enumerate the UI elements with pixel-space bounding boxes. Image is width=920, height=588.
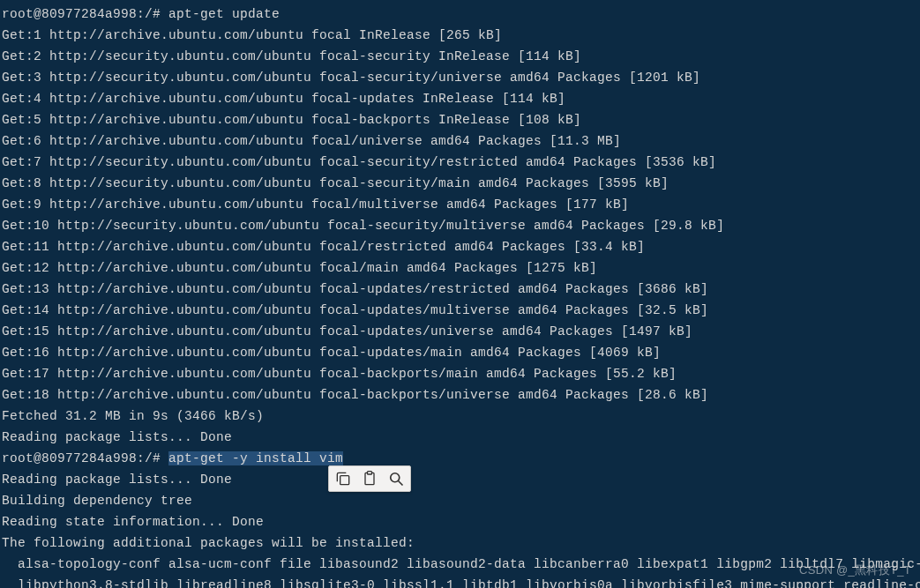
prompt-cwd: / bbox=[145, 451, 153, 465]
prompt-command: apt-get update bbox=[168, 7, 280, 21]
paste-icon[interactable] bbox=[361, 470, 378, 488]
output-line: Fetched 31.2 MB in 9s (3466 kB/s) bbox=[2, 406, 918, 427]
output-line: The following additional packages will b… bbox=[2, 532, 918, 554]
output-line: Reading package lists... Done bbox=[2, 469, 918, 490]
output-line: Reading package lists... Done bbox=[2, 427, 918, 448]
output-line: Get:13 http://archive.ubuntu.com/ubuntu … bbox=[2, 279, 918, 300]
output-line: Get:17 http://archive.ubuntu.com/ubuntu … bbox=[2, 363, 918, 384]
prompt-symbol: # bbox=[153, 451, 161, 465]
prompt-user-host: root@80977284a998 bbox=[2, 7, 137, 21]
prompt-cwd: / bbox=[145, 7, 153, 21]
svg-line-4 bbox=[399, 481, 403, 486]
output-line: Get:1 http://archive.ubuntu.com/ubuntu f… bbox=[2, 25, 918, 46]
output-line: Get:6 http://archive.ubuntu.com/ubuntu f… bbox=[2, 130, 918, 152]
prompt-symbol: # bbox=[153, 7, 161, 21]
output-line: Get:14 http://archive.ubuntu.com/ubuntu … bbox=[2, 300, 918, 321]
selection-toolbar bbox=[328, 465, 411, 492]
svg-point-3 bbox=[391, 473, 400, 482]
output-line: Get:8 http://security.ubuntu.com/ubuntu … bbox=[2, 173, 918, 194]
prompt-user-host: root@80977284a998 bbox=[2, 451, 137, 465]
output-line: Get:16 http://archive.ubuntu.com/ubuntu … bbox=[2, 342, 918, 363]
selected-command: apt-get -y install vim bbox=[168, 451, 343, 465]
terminal-output[interactable]: root@80977284a998:/# apt-get update Get:… bbox=[2, 4, 918, 588]
output-line: Get:11 http://archive.ubuntu.com/ubuntu … bbox=[2, 236, 918, 257]
output-line: Get:7 http://security.ubuntu.com/ubuntu … bbox=[2, 152, 918, 173]
svg-rect-2 bbox=[368, 472, 372, 474]
output-line: Building dependency tree bbox=[2, 490, 918, 511]
svg-rect-0 bbox=[340, 476, 349, 485]
output-line: Get:5 http://archive.ubuntu.com/ubuntu f… bbox=[2, 109, 918, 130]
output-line: libpython3.8-stdlib libreadline8 libsqli… bbox=[2, 575, 918, 588]
output-line: Get:10 http://security.ubuntu.com/ubuntu… bbox=[2, 215, 918, 236]
output-line: Get:3 http://security.ubuntu.com/ubuntu … bbox=[2, 67, 918, 88]
prompt-line-1: root@80977284a998:/# apt-get update bbox=[2, 4, 918, 25]
output-line: Get:9 http://archive.ubuntu.com/ubuntu f… bbox=[2, 194, 918, 215]
output-line: Get:2 http://security.ubuntu.com/ubuntu … bbox=[2, 46, 918, 67]
search-icon[interactable] bbox=[387, 470, 405, 488]
output-line: Get:18 http://archive.ubuntu.com/ubuntu … bbox=[2, 384, 918, 406]
copy-icon[interactable] bbox=[334, 470, 352, 488]
output-line: alsa-topology-conf alsa-ucm-conf file li… bbox=[2, 554, 918, 575]
prompt-line-2: root@80977284a998:/# apt-get -y install … bbox=[2, 448, 918, 469]
output-line: Reading state information... Done bbox=[2, 511, 918, 532]
output-line: Get:4 http://archive.ubuntu.com/ubuntu f… bbox=[2, 88, 918, 109]
output-line: Get:15 http://archive.ubuntu.com/ubuntu … bbox=[2, 321, 918, 342]
output-line: Get:12 http://archive.ubuntu.com/ubuntu … bbox=[2, 257, 918, 279]
